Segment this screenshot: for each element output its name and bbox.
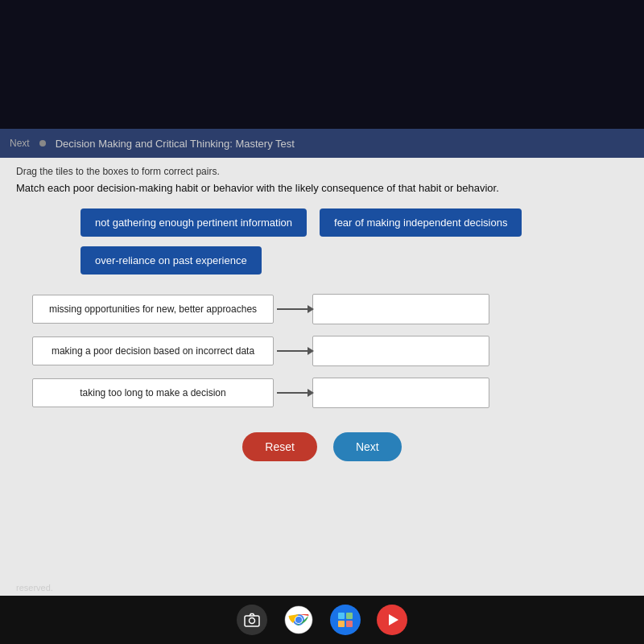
match-row-3: taking too long to make a decision bbox=[32, 378, 628, 408]
match-row-1: missing opportunities for new, better ap… bbox=[32, 294, 628, 324]
header-bar: Next Decision Making and Critical Thinki… bbox=[0, 129, 644, 158]
match-label-2: making a poor decision based on incorrec… bbox=[32, 336, 274, 365]
header-next-label: Next bbox=[10, 138, 30, 149]
match-instruction: Match each poor decision-making habit or… bbox=[16, 182, 628, 194]
svg-rect-9 bbox=[346, 621, 353, 627]
match-arrow-1 bbox=[277, 308, 309, 310]
match-area: missing opportunities for new, better ap… bbox=[16, 294, 628, 408]
tiles-row-1: not gathering enough pertinent informati… bbox=[16, 208, 628, 237]
tile-over-reliance[interactable]: over-reliance on past experience bbox=[80, 246, 262, 275]
svg-point-1 bbox=[250, 618, 255, 624]
tile-fear-independent[interactable]: fear of making independent decisions bbox=[320, 208, 522, 237]
svg-rect-8 bbox=[338, 621, 345, 627]
taskbar-files-icon[interactable] bbox=[330, 605, 361, 635]
content-area: Drag the tiles to the boxes to form corr… bbox=[0, 158, 644, 576]
tile-not-gathering[interactable]: not gathering enough pertinent informati… bbox=[80, 208, 307, 237]
drag-instruction: Drag the tiles to the boxes to form corr… bbox=[16, 166, 628, 177]
svg-point-5 bbox=[295, 617, 302, 623]
match-drop-1[interactable] bbox=[312, 294, 489, 324]
svg-rect-6 bbox=[338, 613, 345, 619]
match-label-1: missing opportunities for new, better ap… bbox=[32, 295, 274, 324]
taskbar-chrome-icon[interactable] bbox=[283, 605, 314, 635]
svg-rect-7 bbox=[346, 613, 353, 619]
header-dot bbox=[39, 140, 46, 147]
next-button[interactable]: Next bbox=[333, 432, 402, 461]
taskbar-play-icon[interactable] bbox=[377, 605, 407, 635]
tiles-row-2: over-reliance on past experience bbox=[16, 246, 628, 275]
match-row-2: making a poor decision based on incorrec… bbox=[32, 336, 628, 366]
match-drop-2[interactable] bbox=[312, 336, 489, 366]
match-arrow-2 bbox=[277, 350, 309, 352]
match-label-3: taking too long to make a decision bbox=[32, 378, 274, 407]
buttons-row: Reset Next bbox=[16, 432, 628, 469]
top-dark-area bbox=[0, 0, 644, 129]
reset-button[interactable]: Reset bbox=[242, 432, 317, 461]
taskbar bbox=[0, 596, 644, 644]
taskbar-camera-icon[interactable] bbox=[237, 605, 267, 635]
match-arrow-3 bbox=[277, 392, 309, 394]
match-drop-3[interactable] bbox=[312, 378, 489, 408]
header-title: Decision Making and Critical Thinking: M… bbox=[56, 138, 295, 150]
